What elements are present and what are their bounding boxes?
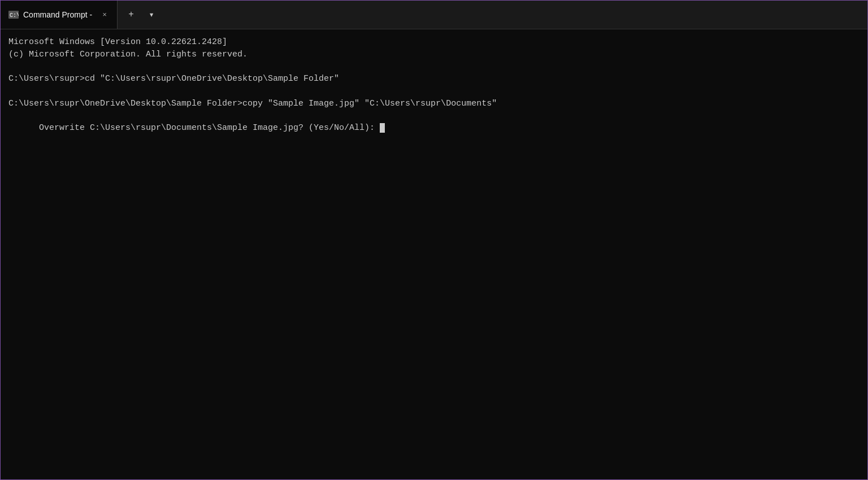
- blank-line-1: [8, 61, 860, 73]
- output-line-2: (c) Microsoft Corporation. All rights re…: [8, 49, 860, 61]
- output-line-1: Microsoft Windows [Version 10.0.22621.24…: [8, 36, 860, 49]
- tab-close-button[interactable]: ×: [100, 10, 109, 19]
- terminal-window: C:\ Command Prompt - × + ▾ Microsoft Win…: [0, 0, 868, 480]
- svg-text:C:\: C:\: [10, 12, 19, 19]
- tab-title-label: Command Prompt -: [23, 10, 92, 19]
- active-tab[interactable]: C:\ Command Prompt - ×: [1, 1, 118, 29]
- blank-line-2: [8, 85, 860, 98]
- titlebar-actions: + ▾: [118, 1, 165, 29]
- cursor: [380, 123, 385, 133]
- terminal-body[interactable]: Microsoft Windows [Version 10.0.22621.24…: [1, 29, 867, 479]
- titlebar: C:\ Command Prompt - × + ▾: [1, 1, 867, 29]
- new-tab-button[interactable]: +: [122, 6, 140, 24]
- dropdown-button[interactable]: ▾: [142, 6, 160, 24]
- output-line-6: C:\Users\rsupr\OneDrive\Desktop\Sample F…: [8, 98, 860, 110]
- output-line-7: Overwrite C:\Users\rsupr\Documents\Sampl…: [8, 110, 860, 147]
- cmd-icon: C:\: [8, 11, 19, 19]
- output-line-4: C:\Users\rsupr>cd "C:\Users\rsupr\OneDri…: [8, 73, 860, 85]
- overwrite-prompt-text: Overwrite C:\Users\rsupr\Documents\Sampl…: [39, 123, 380, 133]
